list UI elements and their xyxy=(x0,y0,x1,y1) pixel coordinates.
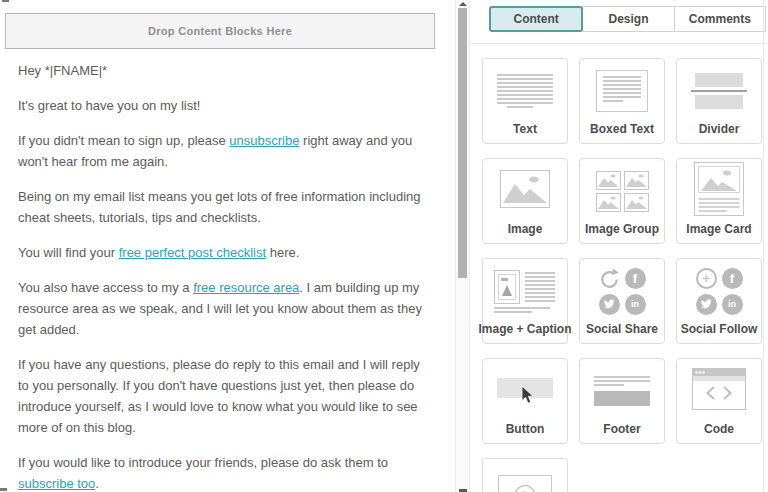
email-paragraph: Hey *|FNAME|* xyxy=(18,60,429,81)
email-link[interactable]: unsubscribe xyxy=(229,133,299,148)
plus-icon: + xyxy=(696,268,717,289)
email-paragraph: You also have access to my a free resour… xyxy=(18,277,429,340)
linkedin-icon: in xyxy=(625,294,646,315)
block-label: Image Group xyxy=(585,223,659,235)
email-paragraph: If you have any questions, please do rep… xyxy=(18,354,429,438)
divider-icon xyxy=(691,73,747,109)
block-divider[interactable]: Divider xyxy=(676,58,762,144)
block-text[interactable]: Text xyxy=(482,58,568,144)
email-paragraph: Being on my email list means you get lot… xyxy=(18,186,429,228)
block-code[interactable]: Code xyxy=(676,358,762,444)
email-paragraph: You will find your free perfect post che… xyxy=(18,242,429,263)
image-group-icon xyxy=(596,171,649,212)
block-button[interactable]: Button xyxy=(482,358,568,444)
social-follow-icon: + f in xyxy=(696,268,743,315)
email-editor: Drop Content Blocks Here Hey *|FNAME|*It… xyxy=(0,0,768,492)
block-label: Social Share xyxy=(586,323,658,335)
image-caption-icon xyxy=(494,270,556,313)
drop-content-blocks-zone[interactable]: Drop Content Blocks Here xyxy=(5,13,435,49)
linkedin-icon: in xyxy=(722,294,743,315)
block-video[interactable] xyxy=(482,458,568,492)
block-label: Button xyxy=(506,423,545,435)
button-block-icon xyxy=(497,378,553,404)
twitter-icon xyxy=(696,294,717,315)
block-label: Footer xyxy=(603,423,640,435)
twitter-icon xyxy=(599,294,620,315)
left-scrollbar-artifact-top xyxy=(2,0,9,2)
facebook-icon: f xyxy=(625,268,646,289)
block-label: Image + Caption xyxy=(478,323,571,335)
block-label: Code xyxy=(704,423,734,435)
code-icon xyxy=(692,368,746,414)
preview-scrollbar[interactable] xyxy=(455,0,470,492)
block-social-share[interactable]: f in Social Share xyxy=(579,258,665,344)
image-icon xyxy=(500,170,550,212)
block-label: Social Follow xyxy=(681,323,758,335)
email-paragraph: If you would like to introduce your frie… xyxy=(18,452,429,492)
email-preview-pane: Drop Content Blocks Here Hey *|FNAME|*It… xyxy=(0,0,455,492)
tab-comments[interactable]: Comments xyxy=(674,6,766,32)
email-paragraph: If you didn't mean to sign up, please un… xyxy=(18,130,429,172)
block-image-card[interactable]: Image Card xyxy=(676,158,762,244)
block-footer[interactable]: Footer xyxy=(579,358,665,444)
block-label: Divider xyxy=(699,123,740,135)
scrollbar-up-arrow-icon[interactable] xyxy=(459,2,467,6)
block-grid: Text Boxed Text Divider xyxy=(482,44,766,492)
email-link[interactable]: free resource area xyxy=(193,280,299,295)
share-arrow-icon xyxy=(599,268,620,289)
panel-tabs: Content Design Comments xyxy=(489,6,766,32)
image-card-icon xyxy=(694,162,744,220)
content-blocks-panel: Content Design Comments Text Boxed xyxy=(470,0,768,492)
block-image-group[interactable]: Image Group xyxy=(579,158,665,244)
social-share-icon: f in xyxy=(599,268,646,315)
tab-content[interactable]: Content xyxy=(489,6,583,32)
block-social-follow[interactable]: + f in Social Follow xyxy=(676,258,762,344)
block-boxed-text[interactable]: Boxed Text xyxy=(579,58,665,144)
text-block-icon xyxy=(497,74,553,108)
facebook-icon: f xyxy=(722,268,743,289)
block-image[interactable]: Image xyxy=(482,158,568,244)
block-label: Text xyxy=(513,123,537,135)
tab-design[interactable]: Design xyxy=(582,6,674,32)
email-paragraph: It's great to have you on my list! xyxy=(18,95,429,116)
block-label: Image xyxy=(508,223,543,235)
scrollbar-thumb[interactable] xyxy=(458,8,467,278)
block-label: Boxed Text xyxy=(590,123,654,135)
email-link[interactable]: free perfect post checklist xyxy=(119,245,266,260)
email-link[interactable]: subscribe too xyxy=(18,476,95,491)
video-icon xyxy=(498,475,552,492)
email-body[interactable]: Hey *|FNAME|*It's great to have you on m… xyxy=(18,60,429,492)
left-scrollbar-artifact-bottom xyxy=(0,488,7,491)
cursor-icon xyxy=(521,386,535,405)
boxed-text-icon xyxy=(596,70,648,112)
block-label: Image Card xyxy=(686,223,751,235)
footer-icon xyxy=(594,376,650,406)
block-image-caption[interactable]: Image + Caption xyxy=(482,258,568,344)
